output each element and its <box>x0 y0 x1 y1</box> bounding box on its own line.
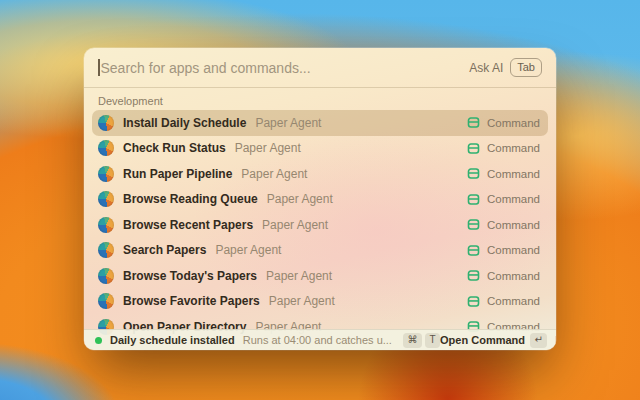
status-dot-icon <box>95 337 102 344</box>
paper-agent-app-icon <box>98 140 114 156</box>
list-item-title: Browse Favorite Papers <box>123 294 260 308</box>
action-bar: Daily schedule installed Runs at 04:00 a… <box>84 329 556 350</box>
list-item-type-label: Command <box>487 219 542 231</box>
list-item-title: Search Papers <box>123 243 206 257</box>
list-item-title: Install Daily Schedule <box>123 116 246 130</box>
list-item-type-label: Command <box>487 142 542 154</box>
command-type-icon <box>467 244 480 257</box>
footer-actions: Open Command ↵ | Actions ⌘ K <box>440 333 556 348</box>
list-item-title: Browse Recent Papers <box>123 218 253 232</box>
paper-agent-app-icon <box>98 166 114 182</box>
command-type-icon <box>467 142 480 155</box>
paper-agent-app-icon <box>98 191 114 207</box>
list-item-type-label: Command <box>487 244 542 256</box>
list-item-title: Run Paper Pipeline <box>123 167 232 181</box>
list-item[interactable]: Install Daily Schedule Paper Agent Comma… <box>92 110 548 136</box>
list-item[interactable]: Browse Today's Papers Paper Agent Comman… <box>92 263 548 289</box>
list-item[interactable]: Browse Favorite Papers Paper Agent Comma… <box>92 289 548 315</box>
list-item[interactable]: Check Run Status Paper Agent Command <box>92 136 548 162</box>
status-detail: Runs at 04:00 and catches u... <box>243 334 392 346</box>
paper-agent-app-icon <box>98 115 114 131</box>
list-item-subtitle: Paper Agent <box>215 243 281 257</box>
command-type-icon <box>467 193 480 206</box>
ask-ai-label: Ask AI <box>469 61 503 75</box>
list-item-subtitle: Paper Agent <box>269 294 335 308</box>
paper-agent-app-icon <box>98 268 114 284</box>
list-item-title: Browse Reading Queue <box>123 192 258 206</box>
list-item[interactable]: Run Paper Pipeline Paper Agent Command <box>92 161 548 187</box>
paper-agent-app-icon <box>98 293 114 309</box>
launcher-window: Ask AI Tab Development Install Daily Sch… <box>84 48 556 350</box>
list-item-subtitle: Paper Agent <box>266 269 332 283</box>
tab-key-badge: Tab <box>510 58 542 76</box>
list-item-subtitle: Paper Agent <box>267 192 333 206</box>
list-item-subtitle: Paper Agent <box>235 141 301 155</box>
search-input[interactable] <box>101 60 470 76</box>
list-item-subtitle: Paper Agent <box>262 218 328 232</box>
command-type-icon <box>467 116 480 129</box>
enter-key-badge: ↵ <box>530 333 547 348</box>
command-list: Install Daily Schedule Paper Agent Comma… <box>84 110 556 340</box>
list-item-title: Check Run Status <box>123 141 226 155</box>
ask-ai-hint[interactable]: Ask AI Tab <box>469 58 542 76</box>
section-header-development: Development <box>84 88 556 110</box>
paper-agent-app-icon <box>98 217 114 233</box>
list-item[interactable]: Browse Reading Queue Paper Agent Command <box>92 187 548 213</box>
list-item-type-label: Command <box>487 168 542 180</box>
search-bar: Ask AI Tab <box>84 48 556 88</box>
list-item-subtitle: Paper Agent <box>241 167 307 181</box>
list-item-type-label: Command <box>487 270 542 282</box>
command-type-icon <box>467 167 480 180</box>
list-item-type-label: Command <box>487 193 542 205</box>
command-type-icon <box>467 218 480 231</box>
text-caret <box>98 59 100 76</box>
command-type-icon <box>467 295 480 308</box>
cmd-key-badge: ⌘ <box>403 333 422 348</box>
command-type-icon <box>467 269 480 282</box>
list-item-subtitle: Paper Agent <box>255 116 321 130</box>
list-item-title: Browse Today's Papers <box>123 269 257 283</box>
list-item[interactable]: Search Papers Paper Agent Command <box>92 238 548 264</box>
t-key-badge: T <box>425 333 440 348</box>
list-item-type-label: Command <box>487 295 542 307</box>
paper-agent-app-icon <box>98 242 114 258</box>
status-title: Daily schedule installed <box>110 334 235 346</box>
open-command-button[interactable]: Open Command <box>440 334 525 346</box>
list-item-type-label: Command <box>487 117 542 129</box>
list-item[interactable]: Browse Recent Papers Paper Agent Command <box>92 212 548 238</box>
